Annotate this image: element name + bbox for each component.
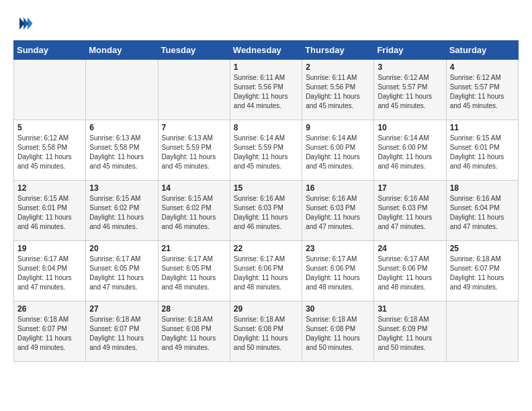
calendar-cell: 26Sunrise: 6:18 AM Sunset: 6:07 PM Dayli… <box>14 302 86 362</box>
day-info: Sunrise: 6:15 AM Sunset: 6:01 PM Dayligh… <box>450 134 515 171</box>
weekday-header-thursday: Thursday <box>302 41 374 60</box>
day-number: 27 <box>89 304 154 314</box>
day-info: Sunrise: 6:16 AM Sunset: 6:03 PM Dayligh… <box>234 194 298 232</box>
day-number: 3 <box>378 62 442 72</box>
day-number: 8 <box>234 123 298 132</box>
logo-icon <box>13 13 34 34</box>
day-number: 16 <box>306 183 370 193</box>
calendar-cell: 13Sunrise: 6:15 AM Sunset: 6:02 PM Dayli… <box>86 181 158 241</box>
calendar-cell: 19Sunrise: 6:17 AM Sunset: 6:04 PM Dayli… <box>14 241 86 302</box>
day-info: Sunrise: 6:17 AM Sunset: 6:04 PM Dayligh… <box>17 255 82 292</box>
calendar-cell: 14Sunrise: 6:15 AM Sunset: 6:02 PM Dayli… <box>158 181 230 241</box>
day-number: 10 <box>378 123 442 132</box>
calendar-cell: 11Sunrise: 6:15 AM Sunset: 6:01 PM Dayli… <box>446 120 518 181</box>
day-info: Sunrise: 6:17 AM Sunset: 6:06 PM Dayligh… <box>378 255 442 292</box>
day-info: Sunrise: 6:15 AM Sunset: 6:02 PM Dayligh… <box>162 194 226 232</box>
calendar-cell: 30Sunrise: 6:18 AM Sunset: 6:08 PM Dayli… <box>302 302 374 362</box>
page-header <box>13 13 519 34</box>
day-number: 11 <box>450 123 515 132</box>
calendar-week-row: 19Sunrise: 6:17 AM Sunset: 6:04 PM Dayli… <box>14 241 519 302</box>
calendar-cell <box>446 302 518 362</box>
calendar-week-row: 5Sunrise: 6:12 AM Sunset: 5:58 PM Daylig… <box>14 120 519 181</box>
day-number: 30 <box>306 304 370 314</box>
calendar-cell: 4Sunrise: 6:12 AM Sunset: 5:57 PM Daylig… <box>446 60 518 120</box>
day-number: 14 <box>162 183 226 193</box>
calendar-cell: 9Sunrise: 6:14 AM Sunset: 6:00 PM Daylig… <box>302 120 374 181</box>
calendar-cell: 28Sunrise: 6:18 AM Sunset: 6:08 PM Dayli… <box>158 302 230 362</box>
day-number: 22 <box>234 244 298 253</box>
calendar-cell: 20Sunrise: 6:17 AM Sunset: 6:05 PM Dayli… <box>86 241 158 302</box>
day-info: Sunrise: 6:14 AM Sunset: 6:00 PM Dayligh… <box>306 134 370 171</box>
day-info: Sunrise: 6:18 AM Sunset: 6:08 PM Dayligh… <box>162 315 226 353</box>
calendar-cell: 7Sunrise: 6:13 AM Sunset: 5:59 PM Daylig… <box>158 120 230 181</box>
calendar-cell: 27Sunrise: 6:18 AM Sunset: 6:07 PM Dayli… <box>86 302 158 362</box>
day-info: Sunrise: 6:18 AM Sunset: 6:07 PM Dayligh… <box>450 255 515 292</box>
day-number: 23 <box>306 244 370 253</box>
weekday-header-row: SundayMondayTuesdayWednesdayThursdayFrid… <box>14 41 519 60</box>
calendar-cell: 22Sunrise: 6:17 AM Sunset: 6:06 PM Dayli… <box>230 241 302 302</box>
day-number: 17 <box>378 183 442 193</box>
day-info: Sunrise: 6:18 AM Sunset: 6:08 PM Dayligh… <box>234 315 298 353</box>
calendar-cell: 23Sunrise: 6:17 AM Sunset: 6:06 PM Dayli… <box>302 241 374 302</box>
day-info: Sunrise: 6:13 AM Sunset: 5:58 PM Dayligh… <box>89 134 154 171</box>
day-info: Sunrise: 6:17 AM Sunset: 6:06 PM Dayligh… <box>234 255 298 292</box>
logo <box>13 13 36 34</box>
weekday-header-monday: Monday <box>86 41 158 60</box>
calendar-week-row: 26Sunrise: 6:18 AM Sunset: 6:07 PM Dayli… <box>14 302 519 362</box>
day-number: 28 <box>162 304 226 314</box>
calendar-cell: 3Sunrise: 6:12 AM Sunset: 5:57 PM Daylig… <box>374 60 446 120</box>
calendar-week-row: 12Sunrise: 6:15 AM Sunset: 6:01 PM Dayli… <box>14 181 519 241</box>
day-info: Sunrise: 6:12 AM Sunset: 5:57 PM Dayligh… <box>450 73 515 111</box>
day-info: Sunrise: 6:16 AM Sunset: 6:04 PM Dayligh… <box>450 194 515 232</box>
calendar-cell: 5Sunrise: 6:12 AM Sunset: 5:58 PM Daylig… <box>14 120 86 181</box>
calendar-table: SundayMondayTuesdayWednesdayThursdayFrid… <box>13 40 519 362</box>
day-number: 2 <box>306 62 370 72</box>
day-number: 1 <box>234 62 298 72</box>
day-number: 7 <box>162 123 226 132</box>
calendar-cell: 8Sunrise: 6:14 AM Sunset: 5:59 PM Daylig… <box>230 120 302 181</box>
day-info: Sunrise: 6:18 AM Sunset: 6:09 PM Dayligh… <box>378 315 442 353</box>
weekday-header-tuesday: Tuesday <box>158 41 230 60</box>
day-info: Sunrise: 6:15 AM Sunset: 6:01 PM Dayligh… <box>17 194 82 232</box>
day-number: 21 <box>162 244 226 253</box>
day-number: 15 <box>234 183 298 193</box>
day-number: 26 <box>17 304 82 314</box>
day-info: Sunrise: 6:12 AM Sunset: 5:58 PM Dayligh… <box>17 134 82 171</box>
day-info: Sunrise: 6:18 AM Sunset: 6:08 PM Dayligh… <box>306 315 370 353</box>
day-number: 6 <box>89 123 154 132</box>
day-number: 20 <box>89 244 154 253</box>
day-number: 18 <box>450 183 515 193</box>
calendar-cell <box>86 60 158 120</box>
day-info: Sunrise: 6:17 AM Sunset: 6:05 PM Dayligh… <box>89 255 154 292</box>
calendar-cell: 2Sunrise: 6:11 AM Sunset: 5:56 PM Daylig… <box>302 60 374 120</box>
day-number: 24 <box>378 244 442 253</box>
calendar-cell: 21Sunrise: 6:17 AM Sunset: 6:05 PM Dayli… <box>158 241 230 302</box>
calendar-cell: 29Sunrise: 6:18 AM Sunset: 6:08 PM Dayli… <box>230 302 302 362</box>
calendar-cell: 17Sunrise: 6:16 AM Sunset: 6:03 PM Dayli… <box>374 181 446 241</box>
day-info: Sunrise: 6:18 AM Sunset: 6:07 PM Dayligh… <box>17 315 82 353</box>
calendar-cell: 12Sunrise: 6:15 AM Sunset: 6:01 PM Dayli… <box>14 181 86 241</box>
day-number: 4 <box>450 62 515 72</box>
day-info: Sunrise: 6:16 AM Sunset: 6:03 PM Dayligh… <box>306 194 370 232</box>
day-info: Sunrise: 6:17 AM Sunset: 6:05 PM Dayligh… <box>162 255 226 292</box>
day-number: 31 <box>378 304 442 314</box>
day-info: Sunrise: 6:14 AM Sunset: 5:59 PM Dayligh… <box>234 134 298 171</box>
calendar-cell: 31Sunrise: 6:18 AM Sunset: 6:09 PM Dayli… <box>374 302 446 362</box>
day-info: Sunrise: 6:14 AM Sunset: 6:00 PM Dayligh… <box>378 134 442 171</box>
day-info: Sunrise: 6:16 AM Sunset: 6:03 PM Dayligh… <box>378 194 442 232</box>
day-info: Sunrise: 6:11 AM Sunset: 5:56 PM Dayligh… <box>306 73 370 111</box>
calendar-cell: 16Sunrise: 6:16 AM Sunset: 6:03 PM Dayli… <box>302 181 374 241</box>
day-info: Sunrise: 6:13 AM Sunset: 5:59 PM Dayligh… <box>162 134 226 171</box>
calendar-cell: 25Sunrise: 6:18 AM Sunset: 6:07 PM Dayli… <box>446 241 518 302</box>
calendar-cell: 24Sunrise: 6:17 AM Sunset: 6:06 PM Dayli… <box>374 241 446 302</box>
weekday-header-friday: Friday <box>374 41 446 60</box>
day-info: Sunrise: 6:17 AM Sunset: 6:06 PM Dayligh… <box>306 255 370 292</box>
day-number: 5 <box>17 123 82 132</box>
weekday-header-sunday: Sunday <box>14 41 86 60</box>
calendar-cell: 15Sunrise: 6:16 AM Sunset: 6:03 PM Dayli… <box>230 181 302 241</box>
calendar-cell <box>14 60 86 120</box>
calendar-cell: 18Sunrise: 6:16 AM Sunset: 6:04 PM Dayli… <box>446 181 518 241</box>
day-info: Sunrise: 6:18 AM Sunset: 6:07 PM Dayligh… <box>89 315 154 353</box>
calendar-cell: 6Sunrise: 6:13 AM Sunset: 5:58 PM Daylig… <box>86 120 158 181</box>
day-number: 25 <box>450 244 515 253</box>
